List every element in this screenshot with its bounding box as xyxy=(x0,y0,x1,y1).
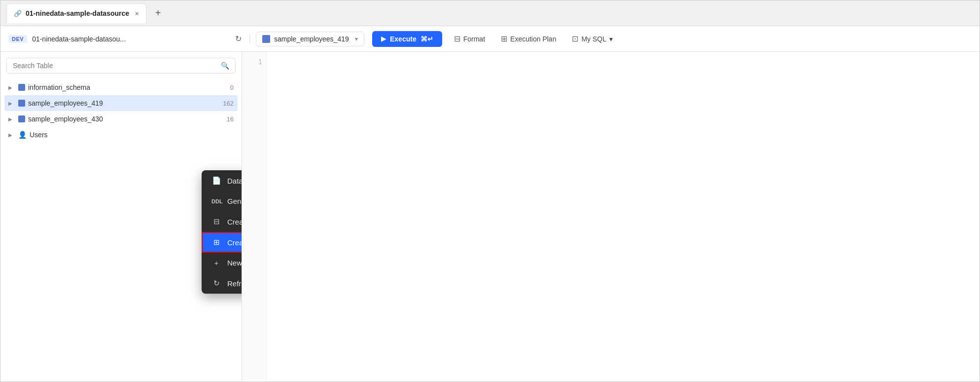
tree-item-count: 16 xyxy=(227,115,234,123)
tree-item-label: information_schema xyxy=(28,83,90,91)
context-menu-generate-ddl[interactable]: DDL Generate DDL xyxy=(202,191,242,211)
datasource-name: 01-ninedata-sample-datasou... xyxy=(32,35,230,43)
tab-bar: 🔗 01-ninedata-sample-datasource × + xyxy=(0,0,980,26)
chevron-down-icon: ▾ xyxy=(355,36,358,42)
menu-item-label: Create Table xyxy=(227,238,242,247)
expand-arrow-icon: ▶ xyxy=(8,116,15,122)
play-icon: ▶ xyxy=(381,35,386,42)
tree-item-label: sample_employees_419 xyxy=(28,99,103,107)
format-label: Format xyxy=(463,35,485,43)
mysql-icon: ⊡ xyxy=(572,34,578,43)
context-menu-create-database[interactable]: ⊟ Create Database xyxy=(202,211,242,232)
search-icon: 🔍 xyxy=(221,62,229,70)
tree-item-information-schema[interactable]: ▶ information_schema 0 xyxy=(4,79,238,95)
execute-button[interactable]: ▶ Execute ⌘↵ xyxy=(372,31,442,47)
format-icon: ⊟ xyxy=(454,34,460,43)
mysql-chevron-icon: ▾ xyxy=(609,35,613,43)
menu-item-label: New Query xyxy=(227,259,242,267)
tree-item-users[interactable]: ▶ 👤 Users xyxy=(4,127,238,143)
search-box[interactable]: 🔍 xyxy=(6,58,236,74)
tree-item-label: Users xyxy=(30,131,48,139)
db-selector-icon xyxy=(262,35,270,43)
expand-arrow-icon: ▶ xyxy=(8,101,15,106)
user-icon: 👤 xyxy=(18,131,27,139)
line-numbers: 1 xyxy=(242,52,267,382)
tree-item-label: sample_employees_430 xyxy=(28,115,103,123)
db-icon xyxy=(18,100,25,107)
line-number: 1 xyxy=(246,58,262,66)
tab-item[interactable]: 🔗 01-ninedata-sample-datasource × xyxy=(6,3,146,23)
menu-item-label: Refresh xyxy=(227,279,242,288)
db-selector-name: sample_employees_419 xyxy=(274,35,349,43)
mysql-action[interactable]: ⊡ My SQL ▾ xyxy=(568,31,617,46)
execution-plan-action[interactable]: ⊞ Execution Plan xyxy=(497,31,560,46)
context-menu-database-details[interactable]: 📄 Database Details xyxy=(202,170,242,191)
db-icon xyxy=(18,115,25,122)
toolbar-right: sample_employees_419 ▾ ▶ Execute ⌘↵ ⊟ Fo… xyxy=(256,31,972,47)
db-icon xyxy=(18,84,25,91)
execution-plan-icon: ⊞ xyxy=(501,34,507,43)
toolbar: DEV 01-ninedata-sample-datasou... ↻ samp… xyxy=(0,26,980,52)
create-table-icon: ⊞ xyxy=(211,238,221,247)
tree-item-count: 0 xyxy=(230,84,234,91)
menu-item-label: Create Database xyxy=(227,218,242,226)
tab-close-button[interactable]: × xyxy=(135,10,139,17)
expand-arrow-icon: ▶ xyxy=(8,132,15,138)
tree-item-count: 162 xyxy=(223,100,234,107)
main-layout: 🔍 ▶ information_schema 0 ▶ sample_employ… xyxy=(0,52,980,382)
new-query-icon: + xyxy=(211,259,221,267)
editor-area: 1 xyxy=(242,52,980,382)
refresh-icon: ↻ xyxy=(211,279,221,288)
menu-item-label: Generate DDL xyxy=(227,197,242,205)
tab-add-button[interactable]: + xyxy=(150,5,166,21)
tree-item-sample-employees-430[interactable]: ▶ sample_employees_430 16 xyxy=(4,111,238,127)
context-menu-create-table[interactable]: ⊞ Create Table xyxy=(202,232,242,253)
search-input[interactable] xyxy=(13,62,217,70)
db-selector[interactable]: sample_employees_419 ▾ xyxy=(256,32,364,46)
toolbar-left: DEV 01-ninedata-sample-datasou... ↻ xyxy=(8,34,250,43)
editor-content: 1 xyxy=(242,52,980,382)
generate-ddl-icon: DDL xyxy=(211,198,221,204)
menu-item-label: Database Details xyxy=(227,177,242,185)
sidebar: 🔍 ▶ information_schema 0 ▶ sample_employ… xyxy=(0,52,242,382)
tree-item-sample-employees-419[interactable]: ▶ sample_employees_419 162 xyxy=(4,95,238,111)
database-details-icon: 📄 xyxy=(211,176,221,185)
context-menu: 📄 Database Details DDL Generate DDL ⊟ Cr… xyxy=(202,170,242,294)
expand-arrow-icon: ▶ xyxy=(8,85,15,90)
tab-label: 01-ninedata-sample-datasource xyxy=(26,9,129,17)
execute-label: Execute xyxy=(390,35,417,43)
tab-datasource-icon: 🔗 xyxy=(14,10,22,17)
refresh-icon[interactable]: ↻ xyxy=(235,34,242,43)
format-action[interactable]: ⊟ Format xyxy=(450,31,489,46)
context-menu-refresh[interactable]: ↻ Refresh xyxy=(202,273,242,294)
create-database-icon: ⊟ xyxy=(211,217,221,226)
execute-shortcut: ⌘↵ xyxy=(420,35,433,43)
editor-code[interactable] xyxy=(267,52,980,382)
execution-plan-label: Execution Plan xyxy=(510,35,556,43)
mysql-label: My SQL xyxy=(581,35,606,43)
context-menu-new-query[interactable]: + New Query xyxy=(202,253,242,273)
dev-badge: DEV xyxy=(8,35,27,43)
